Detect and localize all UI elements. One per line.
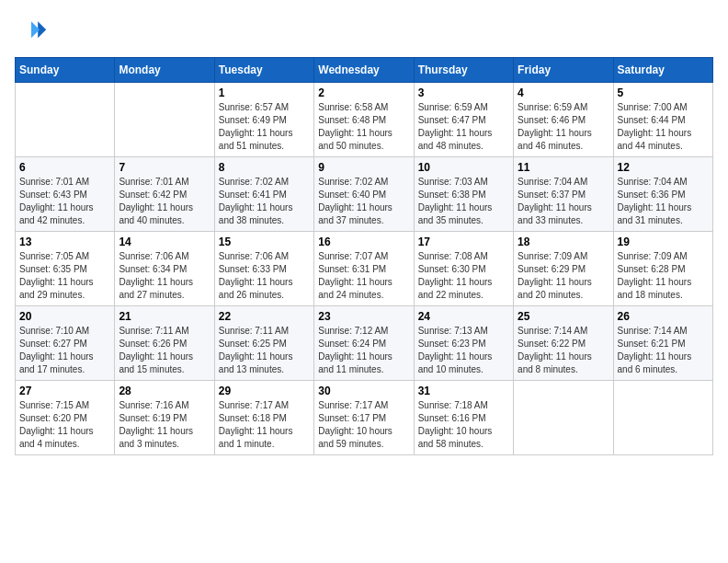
- calendar-table: SundayMondayTuesdayWednesdayThursdayFrid…: [15, 57, 713, 455]
- calendar-cell: 27Sunrise: 7:15 AM Sunset: 6:20 PM Dayli…: [16, 381, 115, 455]
- calendar-cell: 19Sunrise: 7:09 AM Sunset: 6:28 PM Dayli…: [613, 232, 712, 306]
- day-info: Sunrise: 6:59 AM Sunset: 6:46 PM Dayligh…: [518, 101, 609, 153]
- day-info: Sunrise: 7:15 AM Sunset: 6:20 PM Dayligh…: [19, 399, 110, 451]
- day-number: 12: [618, 161, 709, 174]
- day-info: Sunrise: 7:06 AM Sunset: 6:33 PM Dayligh…: [219, 250, 310, 302]
- day-info: Sunrise: 7:09 AM Sunset: 6:28 PM Dayligh…: [618, 250, 709, 302]
- calendar-cell: 22Sunrise: 7:11 AM Sunset: 6:25 PM Dayli…: [214, 306, 313, 381]
- day-number: 2: [318, 86, 409, 99]
- day-of-week-header: Saturday: [613, 58, 712, 83]
- day-info: Sunrise: 7:09 AM Sunset: 6:29 PM Dayligh…: [518, 250, 609, 302]
- calendar-cell: 17Sunrise: 7:08 AM Sunset: 6:30 PM Dayli…: [414, 232, 513, 306]
- day-number: 20: [19, 310, 110, 323]
- calendar-cell: 28Sunrise: 7:16 AM Sunset: 6:19 PM Dayli…: [115, 381, 214, 455]
- calendar-cell: 31Sunrise: 7:18 AM Sunset: 6:16 PM Dayli…: [414, 381, 513, 455]
- day-info: Sunrise: 7:17 AM Sunset: 6:17 PM Dayligh…: [318, 399, 409, 451]
- calendar-cell: 14Sunrise: 7:06 AM Sunset: 6:34 PM Dayli…: [115, 232, 214, 306]
- day-number: 9: [318, 161, 409, 174]
- calendar-cell: 24Sunrise: 7:13 AM Sunset: 6:23 PM Dayli…: [414, 306, 513, 381]
- calendar-cell: 15Sunrise: 7:06 AM Sunset: 6:33 PM Dayli…: [214, 232, 313, 306]
- day-of-week-header: Monday: [115, 58, 214, 83]
- day-number: 13: [19, 236, 110, 248]
- calendar-week-row: 27Sunrise: 7:15 AM Sunset: 6:20 PM Dayli…: [16, 381, 713, 455]
- calendar-cell: 21Sunrise: 7:11 AM Sunset: 6:26 PM Dayli…: [115, 306, 214, 381]
- day-number: 30: [318, 385, 409, 397]
- day-number: 25: [518, 310, 609, 323]
- day-number: 23: [318, 310, 409, 323]
- logo: [15, 15, 51, 48]
- calendar-cell: 4Sunrise: 6:59 AM Sunset: 6:46 PM Daylig…: [514, 83, 613, 157]
- day-number: 1: [219, 86, 310, 99]
- calendar-cell: 23Sunrise: 7:12 AM Sunset: 6:24 PM Dayli…: [314, 306, 414, 381]
- day-number: 14: [119, 236, 210, 248]
- day-info: Sunrise: 7:18 AM Sunset: 6:16 PM Dayligh…: [418, 399, 509, 451]
- day-number: 21: [119, 310, 210, 323]
- calendar-body: 1Sunrise: 6:57 AM Sunset: 6:49 PM Daylig…: [16, 83, 713, 455]
- day-number: 11: [518, 161, 609, 174]
- header-row: SundayMondayTuesdayWednesdayThursdayFrid…: [16, 58, 713, 83]
- day-number: 17: [418, 236, 509, 248]
- day-info: Sunrise: 6:59 AM Sunset: 6:47 PM Dayligh…: [418, 101, 509, 153]
- day-of-week-header: Sunday: [16, 58, 115, 83]
- day-of-week-header: Wednesday: [314, 58, 414, 83]
- calendar-cell: [16, 83, 115, 157]
- calendar-week-row: 1Sunrise: 6:57 AM Sunset: 6:49 PM Daylig…: [16, 83, 713, 157]
- day-number: 5: [618, 86, 709, 99]
- day-info: Sunrise: 7:06 AM Sunset: 6:34 PM Dayligh…: [119, 250, 210, 302]
- day-info: Sunrise: 6:58 AM Sunset: 6:48 PM Dayligh…: [318, 101, 409, 153]
- calendar-cell: 2Sunrise: 6:58 AM Sunset: 6:48 PM Daylig…: [314, 83, 414, 157]
- day-of-week-header: Tuesday: [214, 58, 313, 83]
- calendar-cell: 30Sunrise: 7:17 AM Sunset: 6:17 PM Dayli…: [314, 381, 414, 455]
- day-info: Sunrise: 7:17 AM Sunset: 6:18 PM Dayligh…: [219, 399, 310, 451]
- day-info: Sunrise: 7:10 AM Sunset: 6:27 PM Dayligh…: [19, 325, 110, 376]
- day-info: Sunrise: 7:03 AM Sunset: 6:38 PM Dayligh…: [418, 176, 509, 227]
- calendar-cell: 8Sunrise: 7:02 AM Sunset: 6:41 PM Daylig…: [214, 157, 313, 232]
- calendar-cell: 9Sunrise: 7:02 AM Sunset: 6:40 PM Daylig…: [314, 157, 414, 232]
- day-info: Sunrise: 7:12 AM Sunset: 6:24 PM Dayligh…: [318, 325, 409, 376]
- calendar-cell: 13Sunrise: 7:05 AM Sunset: 6:35 PM Dayli…: [16, 232, 115, 306]
- day-number: 7: [119, 161, 210, 174]
- calendar-cell: 5Sunrise: 7:00 AM Sunset: 6:44 PM Daylig…: [613, 83, 712, 157]
- calendar-cell: 16Sunrise: 7:07 AM Sunset: 6:31 PM Dayli…: [314, 232, 414, 306]
- day-number: 28: [119, 385, 210, 397]
- day-of-week-header: Thursday: [414, 58, 513, 83]
- calendar-cell: 25Sunrise: 7:14 AM Sunset: 6:22 PM Dayli…: [514, 306, 613, 381]
- day-info: Sunrise: 7:14 AM Sunset: 6:21 PM Dayligh…: [618, 325, 709, 376]
- calendar-cell: 11Sunrise: 7:04 AM Sunset: 6:37 PM Dayli…: [514, 157, 613, 232]
- day-info: Sunrise: 7:02 AM Sunset: 6:40 PM Dayligh…: [318, 176, 409, 227]
- page-header: [15, 15, 713, 48]
- day-number: 3: [418, 86, 509, 99]
- day-number: 6: [19, 161, 110, 174]
- day-number: 4: [518, 86, 609, 99]
- calendar-week-row: 6Sunrise: 7:01 AM Sunset: 6:43 PM Daylig…: [16, 157, 713, 232]
- day-number: 19: [618, 236, 709, 248]
- day-info: Sunrise: 7:01 AM Sunset: 6:43 PM Dayligh…: [19, 176, 110, 227]
- calendar-cell: 3Sunrise: 6:59 AM Sunset: 6:47 PM Daylig…: [414, 83, 513, 157]
- day-info: Sunrise: 7:14 AM Sunset: 6:22 PM Dayligh…: [518, 325, 609, 376]
- day-number: 31: [418, 385, 509, 397]
- day-info: Sunrise: 7:00 AM Sunset: 6:44 PM Dayligh…: [618, 101, 709, 153]
- calendar-cell: [115, 83, 214, 157]
- day-info: Sunrise: 7:13 AM Sunset: 6:23 PM Dayligh…: [418, 325, 509, 376]
- day-number: 26: [618, 310, 709, 323]
- calendar-cell: 29Sunrise: 7:17 AM Sunset: 6:18 PM Dayli…: [214, 381, 313, 455]
- day-info: Sunrise: 7:04 AM Sunset: 6:36 PM Dayligh…: [618, 176, 709, 227]
- day-number: 24: [418, 310, 509, 323]
- day-info: Sunrise: 7:05 AM Sunset: 6:35 PM Dayligh…: [19, 250, 110, 302]
- calendar-cell: 7Sunrise: 7:01 AM Sunset: 6:42 PM Daylig…: [115, 157, 214, 232]
- day-info: Sunrise: 7:04 AM Sunset: 6:37 PM Dayligh…: [518, 176, 609, 227]
- day-info: Sunrise: 7:11 AM Sunset: 6:26 PM Dayligh…: [119, 325, 210, 376]
- day-number: 18: [518, 236, 609, 248]
- day-of-week-header: Friday: [514, 58, 613, 83]
- calendar-cell: 18Sunrise: 7:09 AM Sunset: 6:29 PM Dayli…: [514, 232, 613, 306]
- day-info: Sunrise: 7:16 AM Sunset: 6:19 PM Dayligh…: [119, 399, 210, 451]
- day-number: 8: [219, 161, 310, 174]
- calendar-cell: 20Sunrise: 7:10 AM Sunset: 6:27 PM Dayli…: [16, 306, 115, 381]
- day-info: Sunrise: 7:01 AM Sunset: 6:42 PM Dayligh…: [119, 176, 210, 227]
- calendar-cell: 26Sunrise: 7:14 AM Sunset: 6:21 PM Dayli…: [613, 306, 712, 381]
- day-number: 22: [219, 310, 310, 323]
- day-info: Sunrise: 6:57 AM Sunset: 6:49 PM Dayligh…: [219, 101, 310, 153]
- calendar-cell: 1Sunrise: 6:57 AM Sunset: 6:49 PM Daylig…: [214, 83, 313, 157]
- day-info: Sunrise: 7:07 AM Sunset: 6:31 PM Dayligh…: [318, 250, 409, 302]
- calendar-cell: 12Sunrise: 7:04 AM Sunset: 6:36 PM Dayli…: [613, 157, 712, 232]
